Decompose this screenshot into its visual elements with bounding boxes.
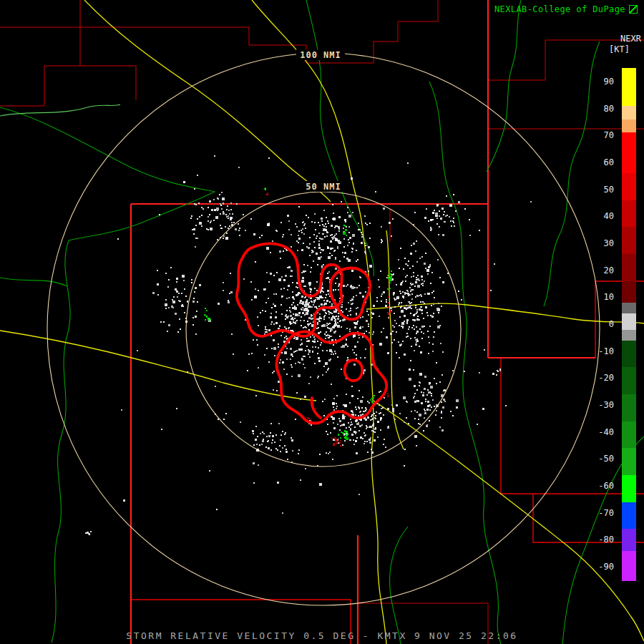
echo-pixel: [313, 302, 315, 303]
echo-pixel: [365, 419, 367, 421]
echo-pixel: [308, 325, 309, 326]
colorbar-segment: [622, 529, 636, 551]
echo-pixel: [383, 328, 384, 329]
echo-pixel: [304, 367, 306, 369]
echo-pixel: [322, 297, 323, 298]
echo-pixel: [328, 337, 330, 338]
echo-pixel: [335, 257, 336, 258]
echo-pixel: [270, 323, 272, 325]
river-line: [487, 0, 521, 172]
colorbar-units: [KT]: [590, 44, 641, 55]
echo-pixel: [371, 414, 373, 416]
echo-pixel: [291, 437, 292, 439]
echo-pixel: [431, 406, 432, 408]
echo-pixel: [469, 235, 471, 236]
echo-pixel: [281, 313, 283, 315]
echo-pixel: [373, 397, 374, 399]
echo-pixel: [225, 226, 226, 228]
echo-pixel: [276, 272, 278, 273]
echo-pixel: [430, 386, 433, 389]
echo-pixel: [335, 258, 336, 260]
echo-pixel: [434, 378, 435, 379]
colorbar-tick-label: 30: [604, 238, 614, 248]
echo-pixel: [314, 222, 316, 223]
echo-pixel: [373, 423, 374, 424]
echo-pixel: [333, 409, 335, 411]
echo-pixel: [387, 288, 389, 290]
echo-pixel: [329, 452, 331, 453]
echo-pixel: [387, 275, 389, 276]
echo-pixel: [262, 440, 264, 442]
echo-pixel: [297, 250, 298, 251]
echo-pixel: [372, 333, 374, 335]
echo-pixel: [421, 331, 422, 333]
echo-pixel: [290, 315, 292, 317]
echo-pixel: [421, 326, 424, 328]
echo-pixel: [279, 445, 280, 447]
echo-pixel: [336, 278, 338, 279]
echo-pixel: [366, 426, 368, 428]
echo-pixel: [322, 249, 324, 251]
nexlab-brand-text: NEXLAB-College of DuPage: [494, 4, 625, 14]
echo-pixel: [324, 333, 326, 335]
echo-pixel: [320, 344, 321, 346]
echo-pixel: [404, 321, 405, 322]
echo-pixel: [362, 326, 364, 328]
echo-pixel: [416, 389, 418, 391]
echo-pixel: [201, 215, 203, 216]
echo-pixel: [406, 305, 407, 306]
echo-pixel: [414, 393, 416, 394]
echo-pixel: [411, 327, 413, 328]
echo-pixel: [291, 323, 293, 324]
echo-pixel: [293, 321, 294, 323]
echo-pixel: [307, 265, 308, 266]
echo-pixel: [424, 376, 426, 378]
echo-pixel: [336, 442, 338, 444]
echo-pixel: [309, 356, 311, 358]
echo-pixel: [280, 304, 282, 306]
echo-pixel: [333, 398, 335, 399]
echo-pixel: [318, 376, 319, 377]
echo-pixel: [438, 312, 439, 313]
colorbar-tick-labels: 9080706050403020100-10-20-30-40-50-60-70…: [584, 68, 617, 580]
echo-pixel: [452, 370, 454, 371]
echo-pixel: [381, 331, 382, 333]
echo-pixel: [228, 301, 230, 303]
echo-pixel: [326, 231, 328, 233]
echo-pixel: [304, 356, 306, 357]
echo-pixel: [286, 358, 288, 360]
echo-pixel: [327, 273, 328, 274]
echo-pixel: [286, 449, 287, 450]
echo-pixel: [276, 390, 278, 391]
echo-pixel: [193, 233, 195, 235]
echo-pixel: [419, 424, 421, 425]
echo-pixel: [416, 411, 418, 413]
echo-pixel: [228, 218, 229, 219]
echo-pixel: [305, 303, 306, 304]
echo-pixel: [414, 350, 415, 351]
echo-pixel: [223, 203, 224, 204]
echo-pixel: [314, 247, 316, 248]
echo-pixel: [484, 349, 485, 351]
echo-pixel: [209, 470, 210, 472]
echo-pixel: [383, 444, 384, 445]
echo-pixel: [230, 218, 232, 220]
echo-pixel: [358, 422, 359, 424]
echo-pixel: [275, 434, 277, 436]
echo-pixel: [396, 331, 397, 333]
echo-pixel: [376, 411, 377, 413]
echo-pixel: [390, 333, 392, 335]
echo-pixel: [374, 439, 376, 441]
echo-pixel: [295, 307, 296, 308]
echo-pixel: [313, 304, 314, 306]
echo-pixel: [327, 220, 328, 222]
echo-pixel: [356, 431, 357, 433]
echo-pixel: [328, 256, 331, 259]
echo-pixel: [396, 296, 399, 299]
echo-pixel: [306, 299, 308, 301]
echo-pixel: [387, 393, 389, 394]
echo-pixel: [343, 285, 345, 287]
echo-pixel: [294, 336, 296, 338]
echo-pixel: [402, 296, 404, 298]
echo-pixel: [366, 331, 367, 332]
